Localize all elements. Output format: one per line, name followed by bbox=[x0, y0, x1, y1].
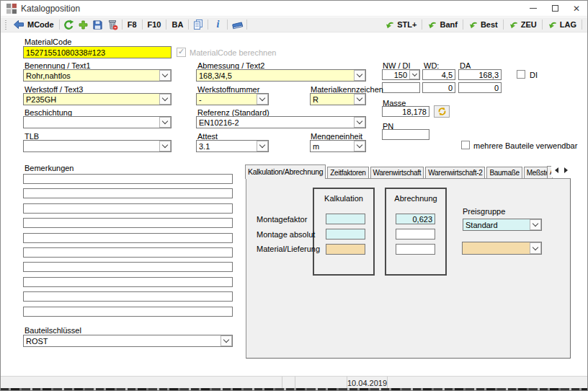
toolbar-separator bbox=[582, 19, 582, 30]
materialcode-input[interactable]: 15271551080338#123 bbox=[23, 46, 172, 58]
close-button[interactable]: ✕ bbox=[566, 1, 587, 16]
chevron-down-icon[interactable] bbox=[159, 117, 171, 128]
chevron-down-icon[interactable] bbox=[354, 117, 365, 128]
chevron-down-icon[interactable] bbox=[159, 70, 171, 81]
save-button[interactable] bbox=[91, 18, 105, 31]
bemerkung-row-4[interactable] bbox=[23, 218, 233, 228]
abrechnung-montage-absolut-input[interactable] bbox=[396, 229, 435, 240]
tab-kalkulation-abrechnung[interactable]: Kalkulation/Abrechnung bbox=[245, 164, 326, 179]
materialcode-value: 15271551080338#123 bbox=[26, 48, 171, 57]
chevron-down-icon[interactable] bbox=[257, 141, 268, 151]
chevron-down-icon[interactable] bbox=[354, 70, 365, 81]
werkstoff-combo[interactable]: P235GH bbox=[23, 93, 172, 105]
masse-input[interactable]: 18,178 bbox=[382, 106, 429, 117]
tab-zeitfaktoren[interactable]: Zeitfaktoren bbox=[327, 167, 368, 179]
di-checkbox[interactable] bbox=[517, 70, 525, 79]
bemerkung-row-2[interactable] bbox=[23, 188, 233, 198]
banf-button[interactable]: Banf bbox=[424, 19, 460, 30]
mcode-button[interactable]: MCode bbox=[10, 18, 57, 31]
wd-input-2[interactable]: 0 bbox=[422, 82, 455, 93]
bemerkung-row-5[interactable] bbox=[23, 233, 233, 243]
di-label: DI bbox=[530, 71, 538, 79]
werkstoff-value: P235GH bbox=[26, 95, 159, 104]
chevron-down-icon[interactable] bbox=[159, 141, 171, 151]
tab-scroll-left-icon[interactable] bbox=[555, 167, 558, 173]
f8-button[interactable]: F8 bbox=[125, 19, 140, 30]
nw-di-combo[interactable]: 150 bbox=[382, 69, 420, 80]
abrechnung-montagefaktor-input[interactable]: 0,623 bbox=[396, 214, 435, 224]
materialcode-label: MaterialCode bbox=[24, 38, 71, 46]
benennung-combo[interactable]: Rohr,nahtlos bbox=[23, 69, 172, 82]
chevron-down-icon[interactable] bbox=[354, 94, 365, 105]
attest-combo[interactable]: 3.1 bbox=[196, 140, 269, 152]
chevron-down-icon[interactable] bbox=[220, 335, 232, 346]
tab-bauma-e[interactable]: Baumaße bbox=[486, 167, 522, 179]
bemerkung-row-3[interactable] bbox=[23, 203, 233, 214]
bemerkung-row-8[interactable] bbox=[23, 277, 233, 287]
da-input[interactable]: 168,3 bbox=[458, 69, 502, 80]
kalkulation-montagefaktor-input[interactable] bbox=[326, 214, 365, 224]
bauteilschluessel-combo[interactable]: ROST bbox=[23, 335, 233, 347]
da-value-2: 0 bbox=[461, 84, 501, 92]
tab-me-stelle[interactable]: Meßstelle bbox=[524, 167, 547, 179]
maximize-button[interactable] bbox=[544, 1, 566, 16]
go-arrow-icon bbox=[468, 20, 478, 30]
minimize-button[interactable] bbox=[522, 1, 544, 16]
chevron-down-icon[interactable] bbox=[530, 242, 541, 254]
zeu-button[interactable]: ZEU bbox=[506, 19, 540, 30]
werkstoffnummer-combo[interactable]: - bbox=[196, 93, 269, 105]
notes-button[interactable] bbox=[230, 18, 244, 31]
chevron-down-icon[interactable] bbox=[159, 94, 171, 105]
refresh-button[interactable] bbox=[62, 18, 76, 31]
bemerkung-row-6[interactable] bbox=[23, 247, 233, 258]
toolbar-separator bbox=[503, 19, 504, 30]
info-button[interactable]: i bbox=[210, 18, 225, 31]
materialkennzeichen-combo[interactable]: R bbox=[310, 93, 366, 105]
montage-absolut-label: Montage absolut bbox=[257, 230, 315, 239]
bemerkung-row-10[interactable] bbox=[23, 307, 233, 317]
stl-plus-button[interactable]: STL+ bbox=[382, 19, 419, 30]
delete-button[interactable] bbox=[105, 18, 120, 31]
pn-input[interactable] bbox=[382, 129, 429, 140]
tlb-combo[interactable] bbox=[23, 140, 172, 152]
bemerkung-row-9[interactable] bbox=[23, 291, 233, 302]
da-input-2[interactable]: 0 bbox=[458, 82, 502, 93]
bemerkung-row-7[interactable] bbox=[23, 262, 233, 272]
trash-icon bbox=[107, 19, 118, 30]
chevron-down-icon[interactable] bbox=[354, 141, 365, 151]
abrechnung-material-lieferung-input[interactable] bbox=[396, 244, 435, 255]
copy-button[interactable] bbox=[191, 18, 205, 31]
chevron-down-icon[interactable] bbox=[409, 70, 419, 79]
chevron-down-icon[interactable] bbox=[530, 219, 541, 230]
referenz-combo[interactable]: EN10216-2 bbox=[196, 116, 366, 128]
kalkulation-material-lieferung-input[interactable] bbox=[326, 244, 365, 255]
preisgruppe-combo[interactable]: Standard bbox=[463, 219, 542, 231]
f10-button[interactable]: F10 bbox=[145, 19, 164, 30]
wd-input[interactable]: 4,5 bbox=[422, 69, 455, 80]
best-button[interactable]: Best bbox=[466, 19, 501, 30]
preisgruppe-2-combo[interactable] bbox=[462, 242, 542, 255]
mengeneinheit-combo[interactable]: m bbox=[310, 140, 366, 152]
go-arrow-icon bbox=[509, 20, 518, 30]
nw-di-input-2[interactable] bbox=[382, 82, 420, 93]
beschichtung-combo[interactable] bbox=[23, 116, 172, 128]
lag-button[interactable]: LAG bbox=[545, 19, 579, 30]
toolbar-separator bbox=[59, 19, 60, 30]
toolbar-separator bbox=[542, 19, 543, 30]
window-controls: ✕ bbox=[522, 1, 587, 16]
tab-scroll-right-icon[interactable] bbox=[564, 167, 568, 173]
kalkulation-montage-absolut-input[interactable] bbox=[326, 229, 365, 240]
masse-recalc-button[interactable] bbox=[434, 105, 450, 118]
toolbar-grip[interactable] bbox=[4, 19, 7, 30]
chevron-down-icon[interactable] bbox=[257, 94, 268, 105]
abmessung-combo[interactable]: 168,3/4,5 bbox=[196, 69, 366, 82]
materialcode-berechnen-checkbox[interactable]: ✓ bbox=[177, 48, 186, 57]
ba-button[interactable]: BA bbox=[169, 19, 186, 30]
add-button[interactable] bbox=[76, 18, 91, 31]
bemerkung-row-1[interactable] bbox=[23, 174, 233, 184]
tab-warenwirtschaft[interactable]: Warenwirtschaft bbox=[370, 167, 424, 179]
mehrere-bauteile-checkbox[interactable] bbox=[461, 141, 470, 149]
toolbar-separator bbox=[122, 19, 122, 30]
montagefaktor-label: Montagefaktor bbox=[257, 215, 307, 224]
tab-warenwirtschaft-2[interactable]: Warenwirtschaft-2 bbox=[425, 167, 485, 179]
